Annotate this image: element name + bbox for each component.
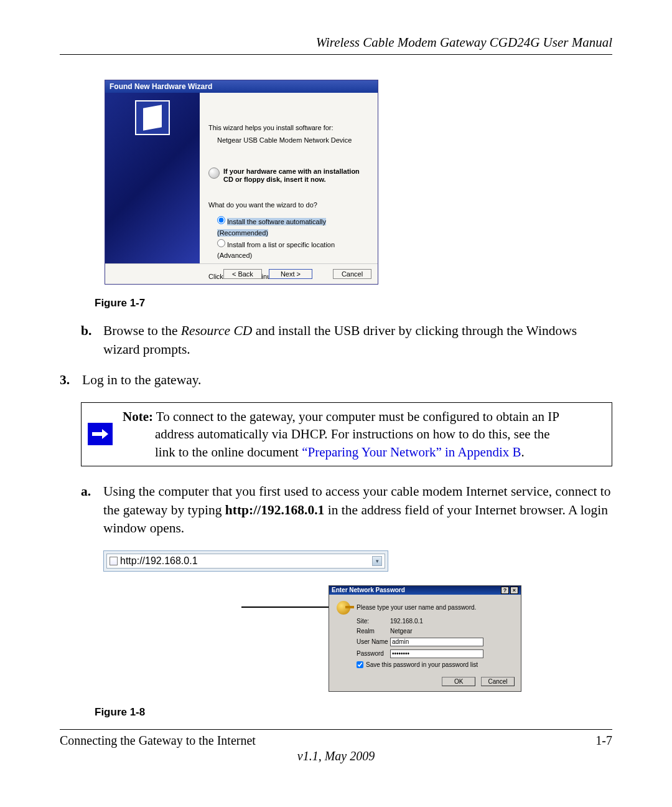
note-text: Note: To connect to the gateway, your co… [119,403,612,466]
footer-chapter: Connecting the Gateway to the Internet [60,734,256,748]
gateway-url-bold: http://192.168.0.1 [225,503,324,517]
wizard-cd-note: If your hardware came with an installati… [223,168,369,184]
back-button[interactable]: < Back [223,269,262,279]
wizard-options: Install the software automatically (Reco… [208,216,369,261]
footer-page-number: 1-7 [595,734,612,748]
step-a-label: a. [81,483,103,538]
radio-list[interactable] [217,239,225,247]
login-cancel-button[interactable]: Cancel [481,677,515,686]
hardware-icon [135,100,170,135]
password-field[interactable] [390,649,483,658]
wizard-sidebar-graphic [105,93,200,263]
cd-icon [208,168,220,179]
note-label: Note: [123,409,153,424]
figure-1-8-caption: Figure 1-8 [95,706,612,719]
step-3-label: 3. [60,371,82,390]
figure-1-7-caption: Figure 1-7 [95,297,612,309]
wizard-intro: This wizard helps you install software f… [208,124,369,131]
login-titlebar: Enter Network Password ? × [329,586,521,595]
step-b-text: Browse to the Resource CD and install th… [103,322,612,359]
site-label: Site: [357,618,390,625]
option-auto[interactable]: Install the software automatically (Reco… [217,216,369,238]
next-button[interactable]: Next > [269,269,312,279]
enter-network-password-dialog: Enter Network Password ? × Please type y… [329,585,521,692]
wizard-footer: < Back Next > Cancel [105,263,378,284]
found-new-hardware-wizard: Found New Hardware Wizard This wizard he… [105,80,378,285]
wizard-question: What do you want the wizard to do? [208,201,369,209]
password-label: Password [357,650,390,657]
realm-label: Realm [357,628,390,635]
page-header: Wireless Cable Modem Gateway CGD24G User… [60,35,612,55]
address-url: http://192.168.0.1 [120,555,198,567]
save-password-label: Save this password in your password list [366,661,478,668]
help-icon[interactable]: ? [501,587,509,594]
ok-button[interactable]: OK [442,677,475,686]
step-b-label: b. [81,322,103,359]
step-a-text: Using the computer that you first used t… [103,483,612,538]
arrow-right-icon [88,423,113,445]
appendix-b-link[interactable]: “Preparing Your Network” in Appendix B [302,445,521,460]
dropdown-icon[interactable]: ▾ [372,556,382,566]
step-a: a. Using the computer that you first use… [81,483,612,538]
save-password-checkbox[interactable] [357,661,363,668]
resource-cd-italic: Resource CD [181,323,252,338]
cancel-button[interactable]: Cancel [333,269,371,279]
wizard-titlebar: Found New Hardware Wizard [105,80,378,93]
login-prompt: Please type your user name and password. [357,604,476,611]
option-list[interactable]: Install from a list or specific location… [217,239,369,262]
site-value: 192.168.0.1 [390,618,423,625]
close-icon[interactable]: × [510,587,518,594]
footer-version: v1.1, May 2009 [60,749,612,763]
callout-arrow-icon [241,592,341,623]
step-3-text: Log in to the gateway. [82,371,201,390]
radio-auto[interactable] [217,216,225,224]
page-icon [110,557,118,565]
username-label: User Name [357,638,390,645]
step-3: 3. Log in to the gateway. [60,371,612,390]
page-footer: Connecting the Gateway to the Internet 1… [60,729,612,763]
key-icon [337,601,350,615]
step-b: b. Browse to the Resource CD and install… [81,322,612,359]
note-box: Note: To connect to the gateway, your co… [81,402,612,466]
header-title: Wireless Cable Modem Gateway CGD24G User… [316,35,612,50]
wizard-device-name: Netgear USB Cable Modem Network Device [208,136,369,144]
browser-address-bar: http://192.168.0.1 ▾ [103,550,388,572]
username-field[interactable] [390,638,483,646]
realm-value: Netgear [390,628,413,635]
